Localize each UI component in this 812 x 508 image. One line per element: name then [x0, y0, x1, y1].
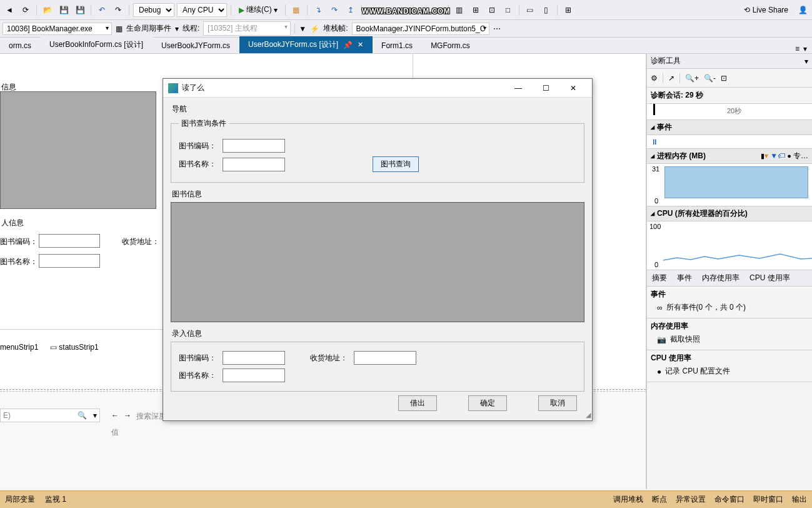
query-groupbox: 图书查询条件 图书编码： 图书名称： 图书查询	[171, 118, 584, 183]
status-watch[interactable]: 监视 1	[45, 494, 66, 505]
thread-dropdown[interactable]: [10352] 主线程	[203, 21, 291, 36]
status-breakpoints[interactable]: 断点	[652, 494, 667, 505]
diag-mem-header[interactable]: 进程内存 (MB) ▮▾ ▼🏷 ● 专…	[647, 149, 812, 164]
liveshare-button[interactable]: ⟲ Live Share	[739, 4, 793, 16]
tab-orm[interactable]: orm.cs	[0, 38, 41, 53]
status-locals[interactable]: 局部变量	[5, 494, 35, 505]
layout3-icon[interactable]: ⊡	[485, 3, 499, 17]
tab-order-icon[interactable]: ⊞	[561, 3, 575, 17]
value-col-label: 值	[111, 427, 119, 438]
platform-dropdown[interactable]: Any CPU	[177, 3, 227, 17]
step-over-icon[interactable]: ↷	[328, 3, 341, 17]
gear-icon[interactable]: ⚙	[651, 74, 658, 83]
locals-search[interactable]: E) 🔍 ▾	[0, 409, 100, 422]
diag-tab-memory[interactable]: 内存使用率	[697, 270, 744, 286]
input-addr[interactable]	[354, 351, 416, 365]
diag-record-cpu-button[interactable]: ● 记录 CPU 配置文件	[651, 363, 808, 379]
tray-menustrip[interactable]: menuStrip1	[0, 343, 38, 352]
layout4-icon[interactable]: □	[501, 3, 515, 17]
status-exceptions[interactable]: 异常设置	[676, 494, 706, 505]
field-bookcode-bg[interactable]	[39, 234, 100, 248]
input-code2[interactable]	[223, 351, 285, 365]
lbl-bookcode: 图书编码：	[0, 236, 38, 247]
diag-tab-events[interactable]: 事件	[672, 270, 697, 286]
status-callstack[interactable]: 调用堆栈	[613, 494, 643, 505]
info-datagrid[interactable]	[171, 202, 584, 322]
diag-sub-events-title: 事件	[651, 289, 808, 300]
filter-icon[interactable]: ▼	[299, 24, 306, 33]
lbl-addr: 收货地址：	[122, 236, 159, 247]
tab-userbookinfo-design[interactable]: UserBookInfoForm.cs [设计]	[41, 36, 153, 53]
tabs-dropdown-icon[interactable]: ≡	[795, 44, 799, 53]
input-code[interactable]	[223, 139, 285, 153]
lifecycle-label: 生命周期事件	[126, 23, 171, 34]
filter2-icon[interactable]: ⚡	[310, 24, 319, 33]
more-icon[interactable]: ⋯	[493, 24, 501, 33]
diag-timeline[interactable]: 20秒	[647, 104, 812, 120]
search-icon[interactable]: 🔍	[74, 411, 91, 420]
layout2-icon[interactable]: ⊞	[469, 3, 483, 17]
memory-chart[interactable]: 31 0	[647, 164, 812, 206]
diag-snapshot-button[interactable]: 📷 截取快照	[651, 332, 808, 347]
zoom-in-icon[interactable]: 🔍+	[685, 74, 699, 83]
pin-icon[interactable]: 📌	[343, 41, 353, 49]
diag-cpu-header[interactable]: CPU (所有处理器的百分比)	[647, 206, 812, 221]
layout1-icon[interactable]: ▥	[453, 3, 466, 17]
stackframe-dropdown[interactable]: BookManager.JYINFOForm.button5_C	[352, 23, 489, 35]
status-output[interactable]: 输出	[792, 494, 807, 505]
cpu-chart[interactable]: 100 0	[647, 221, 812, 270]
nav-back-icon2[interactable]: ←	[111, 411, 119, 420]
ok-button[interactable]: 确定	[468, 395, 507, 411]
folder-icon[interactable]: ▦	[289, 3, 303, 17]
pause-icon[interactable]: ⏸	[651, 138, 658, 146]
diag-events-row[interactable]: ⏸	[647, 135, 812, 149]
export-icon[interactable]: ↗	[668, 74, 674, 83]
step-into-icon[interactable]: ↴	[311, 3, 325, 17]
nav-fwd-icon2[interactable]: →	[124, 411, 131, 420]
tab-mgform[interactable]: MGForm.cs	[422, 38, 479, 53]
open-icon[interactable]: 📂	[41, 3, 54, 17]
maximize-button[interactable]: ☐	[532, 79, 559, 97]
tab-form1[interactable]: Form1.cs	[373, 38, 422, 53]
tray-statusstrip[interactable]: ▭ statusStrip1	[50, 343, 99, 352]
step-out-icon[interactable]: ↥	[344, 3, 358, 17]
borrow-button[interactable]: 借出	[398, 395, 437, 411]
status-command[interactable]: 命令窗口	[714, 494, 744, 505]
nav-back-icon[interactable]: ◄	[3, 3, 16, 17]
designer-gray-panel[interactable]	[0, 91, 156, 209]
tab-userbookjy[interactable]: UserBookJYForm.cs	[153, 38, 239, 53]
diag-all-events[interactable]: ∞ 所有事件(0 个，共 0 个)	[651, 300, 808, 315]
zoom-out-icon[interactable]: 🔍-	[704, 74, 716, 83]
status-immediate[interactable]: 即时窗口	[753, 494, 783, 505]
diag-tab-summary[interactable]: 摘要	[647, 270, 672, 286]
save-all-icon[interactable]: 💾	[73, 3, 87, 17]
close-icon[interactable]: ✕	[358, 41, 363, 49]
tab-userbookjy-design[interactable]: UserBookJYForm.cs [设计] 📌 ✕	[239, 36, 373, 53]
diag-dropdown-icon[interactable]: ▾	[804, 57, 808, 66]
dialog-titlebar[interactable]: 读了么 — ☐ ✕	[163, 79, 592, 98]
input-name2[interactable]	[223, 368, 285, 382]
config-dropdown[interactable]: Debug	[133, 3, 174, 17]
refresh-icon[interactable]: ⟳	[19, 3, 33, 17]
search-button[interactable]: 图书查询	[373, 156, 419, 172]
close-button[interactable]: ✕	[559, 79, 587, 97]
layout6-icon[interactable]: ▯	[539, 3, 553, 17]
diag-events-header[interactable]: 事件	[647, 120, 812, 135]
lifecycle-icon[interactable]: ▦	[116, 24, 123, 33]
account-icon[interactable]: 👤	[796, 3, 809, 17]
input-name[interactable]	[223, 158, 285, 171]
undo-icon[interactable]: ↶	[95, 3, 109, 17]
resize-grip[interactable]: ◢	[586, 411, 591, 419]
search-dropdown-icon[interactable]: ▾	[91, 411, 99, 420]
minimize-button[interactable]: —	[504, 79, 532, 97]
redo-icon[interactable]: ↷	[111, 3, 125, 17]
continue-button[interactable]: ▶继续(C) ▾	[235, 3, 281, 16]
layout5-icon[interactable]: ▭	[523, 3, 537, 17]
field-bookname-bg[interactable]	[39, 254, 100, 268]
process-dropdown[interactable]: 10036] BookManager.exe	[3, 23, 112, 35]
diag-tab-cpu[interactable]: CPU 使用率	[744, 270, 795, 286]
tabs-overflow-icon[interactable]: ▾	[803, 44, 807, 53]
cancel-button[interactable]: 取消	[538, 395, 577, 411]
zoom-fit-icon[interactable]: ⊡	[721, 74, 727, 83]
save-icon[interactable]: 💾	[57, 3, 71, 17]
